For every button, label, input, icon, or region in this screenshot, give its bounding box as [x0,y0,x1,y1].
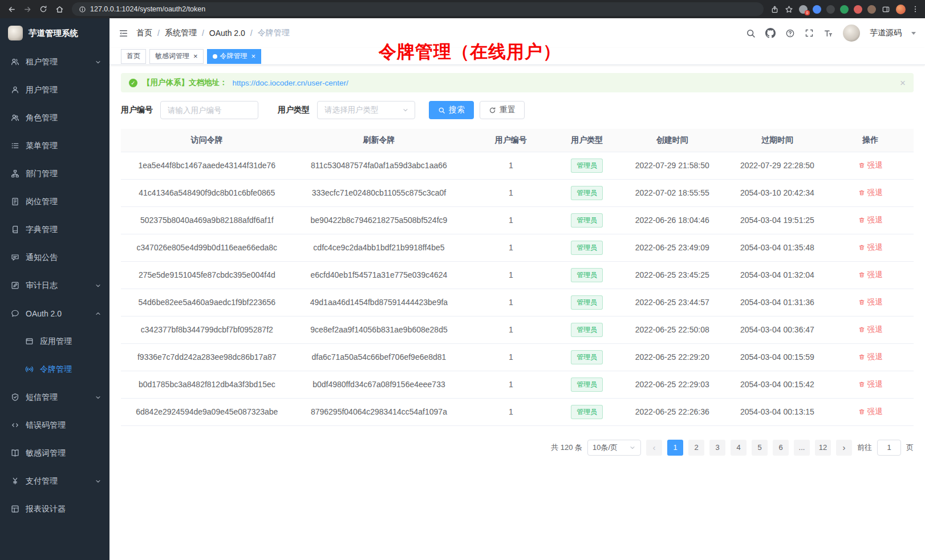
user-avatar[interactable] [843,25,860,42]
site-info-icon[interactable] [79,6,86,13]
font-size-icon[interactable] [823,29,833,38]
sidebar-item-menu[interactable]: 菜单管理 [0,132,109,160]
reset-button[interactable]: 重置 [480,101,525,119]
next-page-button[interactable]: › [836,440,852,456]
sidebar-item-sensitive-word[interactable]: 敏感词管理 [0,439,109,467]
tab-close-icon[interactable]: × [193,53,198,60]
sidebar-item-notice[interactable]: 通知公告 [0,244,109,271]
help-icon[interactable] [785,29,795,38]
home-button[interactable] [54,3,65,15]
extension-paw-icon[interactable] [867,5,876,14]
extension-dark-icon[interactable] [826,5,835,14]
force-logout-button[interactable]: 强退 [858,160,883,171]
page-button-12[interactable]: 12 [815,440,831,456]
sidebar-item-oauth2[interactable]: OAuth 2.0 [0,299,109,327]
collapse-menu-button[interactable] [119,29,128,38]
tab-敏感词管理[interactable]: 敏感词管理× [149,49,204,64]
sidebar-item-post[interactable]: 岗位管理 [0,188,109,216]
sidebar-item-dept[interactable]: 部门管理 [0,160,109,188]
search-button[interactable]: 搜索 [429,101,474,119]
user-id-input[interactable] [160,101,258,119]
expire-time-cell: 2054-03-04 01:31:36 [727,289,827,316]
page-button-6[interactable]: 6 [773,440,789,456]
chevron-down-icon [95,282,102,289]
search-icon[interactable] [746,29,756,38]
extension-blue-icon[interactable] [813,5,821,14]
create-time-cell: 2022-06-25 22:29:20 [617,343,727,371]
browser-chrome: 127.0.0.1:1024/system/oauth2/token 0 [0,0,925,18]
user-name[interactable]: 芋道源码 [870,28,902,38]
breadcrumb-item[interactable]: 首页 [136,28,152,38]
share-icon[interactable] [770,5,779,14]
url-text: 127.0.0.1:1024/system/oauth2/token [90,5,205,13]
sensitive-word-icon [11,449,19,457]
tab-close-icon[interactable]: × [251,53,256,60]
sidebar-item-audit-log[interactable]: 审计日志 [0,271,109,299]
force-logout-button[interactable]: 强退 [858,379,883,389]
page-button-5[interactable]: 5 [752,440,768,456]
page-size-select[interactable]: 10条/页 [587,440,641,456]
user-type-badge: 管理员 [571,405,603,419]
chevron-down-icon[interactable] [911,32,916,35]
sidebar-menu: 租户管理用户管理角色管理菜单管理部门管理岗位管理字典管理通知公告审计日志OAut… [0,48,109,560]
user-type-cell: 管理员 [557,371,617,398]
breadcrumb-item[interactable]: OAuth 2.0 [209,29,245,38]
github-icon[interactable] [765,28,776,38]
back-button[interactable] [6,3,17,15]
page-button-4[interactable]: 4 [731,440,747,456]
app-logo[interactable]: 芋道管理系统 [0,18,109,48]
force-logout-button[interactable]: 强退 [858,270,883,280]
sidebar-item-report-designer[interactable]: 报表设计器 [0,495,109,523]
goto-page-input[interactable] [877,440,901,456]
breadcrumb-item[interactable]: 系统管理 [165,28,197,38]
extension-green-icon[interactable] [840,5,849,14]
sidebar-item-role[interactable]: 角色管理 [0,104,109,132]
sidebar-item-user[interactable]: 用户管理 [0,76,109,104]
bookmark-star-icon[interactable] [785,5,793,14]
refresh-token-cell: e6cfd40eb1f54571a31e775e039c4624 [293,261,465,289]
sidebar-item-error-code[interactable]: 错误码管理 [0,411,109,439]
alert-link[interactable]: https://doc.iocoder.cn/user-center/ [233,79,348,87]
user-type-select[interactable]: 请选择用户类型 [317,101,415,119]
force-logout-button[interactable]: 强退 [858,407,883,417]
address-bar[interactable]: 127.0.0.1:1024/system/oauth2/token [72,2,764,16]
extension-grid-icon[interactable]: 0 [799,5,808,14]
page-button-1[interactable]: 1 [667,440,683,456]
breadcrumb-separator: / [250,29,253,38]
force-logout-button[interactable]: 强退 [858,242,883,253]
sidebar-item-dict[interactable]: 字典管理 [0,216,109,244]
sidebar-item-label: 支付管理 [26,476,58,486]
extension-red-icon[interactable] [854,5,862,14]
sidebar-item-payment[interactable]: 支付管理 [0,467,109,495]
dictionary-icon [11,225,19,234]
sidebar-item-tenant[interactable]: 租户管理 [0,48,109,76]
prev-page-button[interactable]: ‹ [646,440,662,456]
breadcrumb: 首页/系统管理/OAuth 2.0/令牌管理 [136,28,290,38]
delete-icon [858,326,865,333]
fullscreen-icon[interactable] [805,29,814,38]
browser-profile-avatar[interactable] [896,5,906,14]
sidebar-item-label: 岗位管理 [26,197,58,207]
sidebar-item-token[interactable]: 令牌管理 [0,355,109,383]
force-logout-button[interactable]: 强退 [858,188,883,198]
filter-form: 用户编号 用户类型 请选择用户类型 搜索 [121,101,914,119]
page-button-2[interactable]: 2 [688,440,704,456]
sidebar-item-sms[interactable]: 短信管理 [0,383,109,411]
browser-menu-icon[interactable] [911,5,919,13]
force-logout-button[interactable]: 强退 [858,215,883,225]
user-id-cell: 1 [465,289,557,316]
sidebar-item-app[interactable]: 应用管理 [0,327,109,355]
tab-首页[interactable]: 首页 [121,49,146,64]
page-button-3[interactable]: 3 [709,440,725,456]
force-logout-button[interactable]: 强退 [858,352,883,362]
sidebar-item-label: 令牌管理 [40,364,72,375]
forward-button[interactable] [22,3,33,15]
refresh-button[interactable] [38,3,49,15]
sidebar-toggle-icon[interactable] [882,5,890,14]
alert-close-icon[interactable]: × [900,78,906,88]
token-icon [25,365,34,374]
page-ellipsis[interactable]: ... [794,440,810,456]
force-logout-button[interactable]: 强退 [858,297,883,307]
tab-令牌管理[interactable]: 令牌管理× [207,49,262,64]
force-logout-button[interactable]: 强退 [858,324,883,335]
